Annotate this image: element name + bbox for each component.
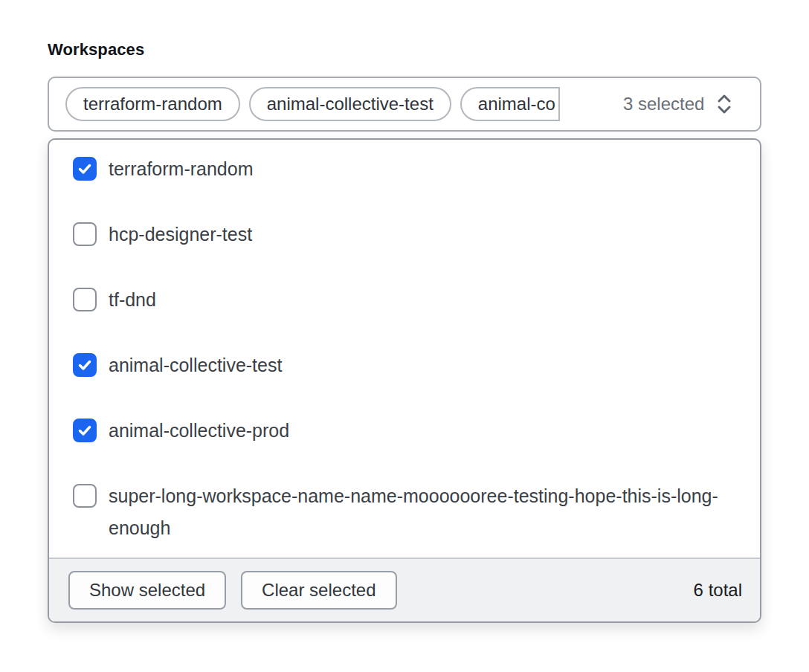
clear-selected-button[interactable]: Clear selected <box>241 571 396 610</box>
selected-count-label: 3 selected <box>623 94 704 114</box>
checkbox[interactable] <box>73 222 97 246</box>
checkmark-icon <box>77 161 93 177</box>
option-row[interactable]: hcp-designer-test <box>73 219 726 251</box>
multiselect-trigger[interactable]: terraform-random animal-collective-test … <box>48 77 761 132</box>
option-label: super-long-workspace-name-name-moooooore… <box>109 480 726 544</box>
option-label: terraform-random <box>109 153 254 185</box>
dropdown-panel: terraform-random hcp-designer-test tf-dn… <box>48 138 761 623</box>
field-label: Workspaces <box>48 40 144 59</box>
tag-animal-collective-prod-clipped[interactable]: animal-co <box>460 87 560 121</box>
dropdown-footer: Show selected Clear selected 6 total <box>49 558 760 621</box>
tag-animal-collective-test[interactable]: animal-collective-test <box>249 87 451 121</box>
show-selected-button[interactable]: Show selected <box>68 571 226 610</box>
tag-terraform-random[interactable]: terraform-random <box>65 87 240 121</box>
option-label: animal-collective-test <box>109 349 282 381</box>
chevron-up-down-icon <box>715 91 734 117</box>
checkbox[interactable] <box>73 288 97 311</box>
option-row[interactable]: tf-dnd <box>73 284 726 316</box>
checkmark-icon <box>77 357 93 373</box>
option-label: tf-dnd <box>109 284 156 316</box>
workspaces-multiselect: Workspaces terraform-random animal-colle… <box>0 0 809 672</box>
total-count-label: 6 total <box>694 580 742 601</box>
option-label: animal-collective-prod <box>109 415 289 447</box>
checkmark-icon <box>77 422 93 439</box>
option-row[interactable]: animal-collective-prod <box>73 415 726 447</box>
option-row[interactable]: animal-collective-test <box>73 349 726 381</box>
checkbox[interactable] <box>73 157 97 181</box>
checkbox[interactable] <box>73 419 97 442</box>
option-row[interactable]: terraform-random <box>73 153 726 185</box>
option-row[interactable]: super-long-workspace-name-name-moooooore… <box>73 480 726 544</box>
options-list: terraform-random hcp-designer-test tf-dn… <box>49 140 760 558</box>
checkbox[interactable] <box>73 353 97 377</box>
option-label: hcp-designer-test <box>109 219 252 251</box>
selected-tags: terraform-random animal-collective-test … <box>65 87 613 121</box>
checkbox[interactable] <box>73 484 97 508</box>
